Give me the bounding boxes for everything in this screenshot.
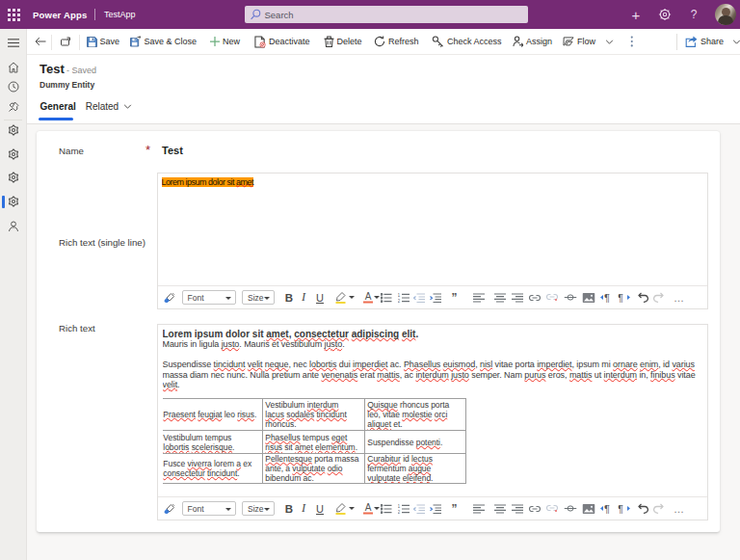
svg-text:2: 2 — [398, 299, 401, 303]
svg-text:¶: ¶ — [618, 503, 623, 514]
svg-text:¶: ¶ — [618, 292, 623, 303]
svg-text:1: 1 — [398, 504, 401, 509]
svg-text:¶: ¶ — [604, 292, 610, 303]
svg-text:1: 1 — [398, 293, 401, 298]
svg-text:¶: ¶ — [604, 503, 610, 514]
svg-text:A: A — [365, 502, 372, 513]
svg-text:A: A — [365, 291, 372, 302]
svg-text:2: 2 — [398, 510, 401, 514]
